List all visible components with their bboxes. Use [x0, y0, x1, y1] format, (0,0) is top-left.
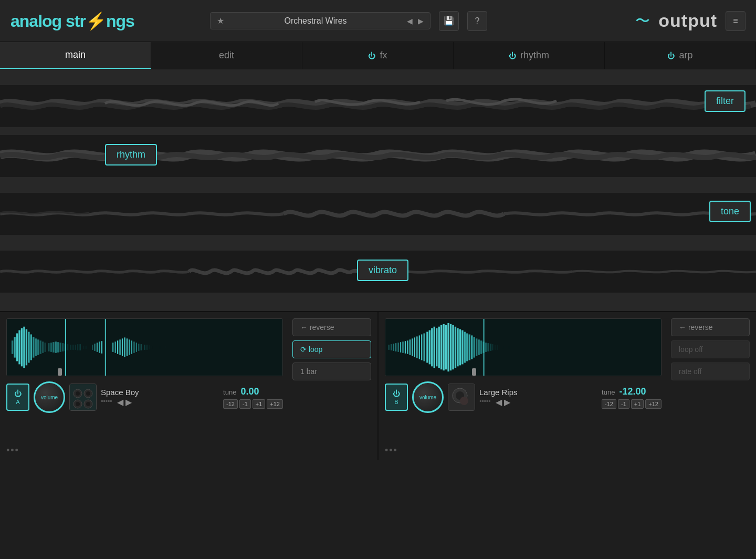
tab-fx[interactable]: ⏻ fx — [302, 42, 454, 69]
channel-b-volume-knob[interactable]: volume — [412, 381, 444, 413]
tab-arp-label: arp — [679, 50, 692, 61]
channel-a-waveform[interactable] — [6, 318, 283, 376]
svg-rect-23 — [55, 341, 57, 353]
channel-b-sample-name: Large Rips — [479, 387, 597, 398]
tone-label[interactable]: tone — [709, 201, 751, 222]
svg-rect-47 — [127, 338, 128, 356]
svg-rect-54 — [144, 345, 145, 350]
channel-a-loop-label: ⟳ loop — [300, 345, 322, 354]
save-button[interactable]: 💾 — [439, 11, 459, 31]
channel-b-volume-label: volume — [419, 395, 436, 400]
channel-a-tune-minus1[interactable]: -1 — [239, 399, 251, 409]
svg-rect-45 — [122, 338, 123, 356]
svg-rect-12 — [28, 332, 29, 363]
channel-b-tune-plus12[interactable]: +12 — [645, 399, 662, 409]
svg-rect-85 — [419, 335, 420, 359]
channel-a-next-button[interactable]: ▶ — [125, 397, 132, 407]
preset-prev-button[interactable]: ◀ — [407, 17, 413, 25]
svg-rect-55 — [146, 345, 148, 350]
channel-a-tune-value: 0.00 — [240, 386, 259, 397]
svg-rect-41 — [112, 343, 113, 352]
svg-rect-72 — [388, 345, 390, 350]
channel-b-rate-off-button[interactable]: rate off — [671, 363, 750, 380]
svg-rect-43 — [117, 340, 118, 354]
nav-tabs: main edit ⏻ fx ⏻ rhythm ⏻ arp — [0, 42, 756, 69]
tab-edit[interactable]: edit — [151, 42, 302, 69]
svg-rect-19 — [44, 343, 46, 352]
filter-label[interactable]: filter — [705, 90, 746, 112]
favorite-icon[interactable]: ★ — [217, 16, 224, 26]
channel-a-reverse-label: ← reverse — [300, 323, 334, 332]
tab-main[interactable]: main — [0, 42, 151, 69]
channel-b-controls: ⏻ B volume — [385, 381, 662, 413]
preset-next-button[interactable]: ▶ — [418, 17, 424, 25]
svg-rect-103 — [461, 330, 463, 365]
channel-a-power-button[interactable]: ⏻ A — [6, 384, 29, 411]
channel-b-reverse-button[interactable]: ← reverse — [671, 318, 750, 336]
tab-arp[interactable]: ⏻ arp — [605, 42, 756, 69]
arp-power-icon: ⏻ — [667, 51, 675, 60]
svg-rect-95 — [443, 324, 444, 370]
channel-b-prev-button[interactable]: ◀ — [496, 397, 502, 407]
channel-b-dots: ••• — [385, 445, 398, 456]
header: analog str⚡ngs ★ Orchestral Wires ◀ ▶ 💾 … — [0, 0, 756, 42]
channel-a-bar-button[interactable]: 1 bar — [292, 363, 371, 380]
svg-rect-51 — [136, 343, 137, 352]
svg-rect-76 — [397, 343, 398, 352]
svg-rect-101 — [457, 328, 458, 367]
preset-bar: ★ Orchestral Wires ◀ ▶ — [210, 12, 430, 29]
svg-rect-58 — [159, 346, 160, 349]
channel-a-loop-button[interactable]: ⟳ loop — [292, 340, 371, 358]
svg-point-66 — [86, 391, 90, 396]
svg-rect-31 — [75, 345, 76, 350]
channel-a-tune-plus12[interactable]: +12 — [267, 399, 283, 409]
channel-a-sample-info: Space Boy ▪▪▪▪▪ ◀ ▶ — [101, 387, 219, 408]
channel-b-tune-plus1[interactable]: +1 — [631, 399, 644, 409]
channel-b-sample-info: Large Rips ▪▪▪▪▪ ◀ ▶ — [479, 387, 597, 408]
svg-rect-37 — [94, 344, 95, 351]
channel-b-next-button[interactable]: ▶ — [504, 397, 510, 407]
channel-a-tune-plus1[interactable]: +1 — [253, 399, 266, 409]
menu-button[interactable]: ≡ — [726, 11, 746, 31]
channel-a-prev-button[interactable]: ◀ — [117, 397, 123, 407]
save-icon: 💾 — [444, 16, 454, 26]
strings-area: filter rhythm tone — [0, 69, 756, 311]
vibrato-label[interactable]: vibrato — [357, 260, 408, 281]
svg-rect-102 — [459, 329, 461, 366]
rhythm-label[interactable]: rhythm — [105, 144, 157, 165]
channel-b-waveform[interactable] — [385, 318, 662, 376]
channel-a-reverse-button[interactable]: ← reverse — [292, 318, 371, 336]
rhythm-lane: rhythm — [0, 132, 756, 180]
svg-rect-18 — [42, 341, 44, 353]
svg-rect-33 — [80, 344, 81, 350]
svg-rect-75 — [395, 343, 396, 351]
svg-rect-32 — [77, 344, 78, 350]
channel-a: ⏻ A volume — [0, 312, 379, 460]
channel-a-tune-minus12[interactable]: -12 — [223, 399, 238, 409]
svg-rect-87 — [424, 333, 425, 361]
svg-rect-5 — [12, 340, 13, 354]
svg-rect-83 — [414, 337, 415, 357]
svg-rect-40 — [101, 341, 102, 354]
channel-b-power-button[interactable]: ⏻ B — [385, 384, 408, 411]
tab-fx-label: fx — [380, 50, 387, 61]
svg-rect-56 — [149, 345, 150, 349]
channel-b-tune-minus1[interactable]: -1 — [618, 399, 629, 409]
svg-rect-91 — [434, 327, 435, 368]
help-button[interactable]: ? — [467, 11, 487, 31]
channel-a-sample-nav: ▪▪▪▪▪ ◀ ▶ — [101, 397, 219, 407]
svg-rect-7 — [16, 333, 18, 361]
channel-a-controls: ⏻ A volume — [6, 381, 283, 413]
svg-rect-35 — [86, 346, 87, 349]
output-logo: 〜 output ≡ — [635, 11, 746, 31]
bottom-section: ⏻ A volume — [0, 311, 756, 460]
tab-rhythm[interactable]: ⏻ rhythm — [454, 42, 605, 69]
svg-rect-10 — [23, 327, 25, 368]
svg-rect-104 — [464, 332, 466, 363]
preset-name: Orchestral Wires — [229, 16, 402, 26]
channel-a-playhead-marker — [58, 368, 62, 376]
channel-b-loop-off-button[interactable]: loop off — [671, 340, 750, 358]
channel-a-volume-knob[interactable]: volume — [34, 381, 65, 413]
channel-b-tune-minus12[interactable]: -12 — [602, 399, 616, 409]
channel-a-sample-name: Space Boy — [101, 387, 219, 398]
